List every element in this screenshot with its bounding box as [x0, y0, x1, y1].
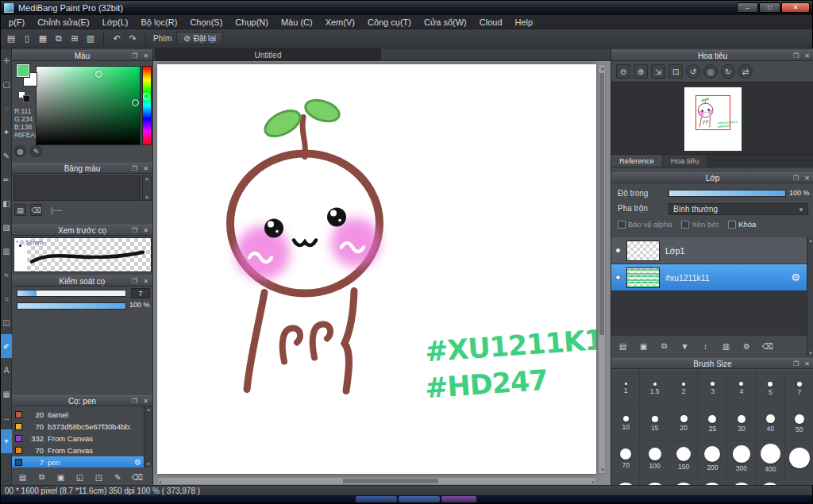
color-wheel-icon[interactable]: ◍ [14, 145, 26, 157]
hue-bar[interactable] [142, 66, 152, 145]
canvas[interactable] [157, 64, 596, 474]
gradient-tool-icon[interactable]: ▥ [1, 239, 12, 263]
brush-size-cell[interactable]: 1 [611, 371, 640, 406]
menu-item-11[interactable]: Help [509, 15, 540, 29]
layer-settings-icon[interactable]: ⚙ [740, 340, 753, 353]
brush-size-cell[interactable]: 25 [698, 406, 726, 441]
float-panel-icon[interactable]: ❐ [130, 226, 139, 235]
brush-size-cell[interactable]: 40 [756, 406, 784, 441]
foreground-color-chip[interactable] [17, 64, 29, 77]
undo-icon[interactable]: ↶ [110, 32, 124, 46]
new-brush-icon[interactable]: ▤ [16, 471, 29, 484]
brush-opacity-slider[interactable] [17, 302, 126, 310]
brush-size-cell[interactable]: 7 [785, 371, 813, 406]
tab-reference[interactable]: Reference [611, 155, 663, 167]
horizontal-scroll-thumb[interactable] [343, 479, 438, 483]
brush-size-cell[interactable]: 100 [640, 441, 669, 475]
redo-icon[interactable]: ↷ [125, 32, 140, 46]
menu-item-4[interactable]: Chọn(S) [183, 15, 229, 29]
delete-swatch-icon[interactable]: ⌫ [30, 204, 42, 216]
pen-tool-icon[interactable]: ✎ [1, 144, 12, 167]
color-picker-marker[interactable] [95, 71, 102, 78]
menu-item-2[interactable]: Lớp(L) [96, 15, 135, 29]
checkbox-box[interactable] [618, 221, 626, 229]
bucket-tool-icon[interactable]: ▨ [1, 215, 12, 239]
gear-icon[interactable]: ⚙ [134, 458, 141, 467]
minimize-button[interactable]: – [737, 2, 758, 13]
move-tool-icon[interactable]: ✛ [1, 48, 12, 72]
close-panel-icon[interactable]: ✕ [141, 164, 150, 173]
menu-item-0[interactable]: p(F) [2, 15, 31, 29]
taskbar-button[interactable] [399, 496, 440, 502]
merge-layer-icon[interactable]: ▼ [678, 340, 692, 353]
canvas-tab[interactable]: Untitled [155, 48, 381, 61]
close-panel-icon[interactable]: ✕ [803, 174, 811, 183]
brush-size-cell[interactable]: 70 [611, 441, 640, 475]
brush-size-cell[interactable]: 150 [669, 441, 698, 475]
comment-icon[interactable]: ▯ [20, 32, 34, 46]
brush-size-cell[interactable]: 2 [669, 371, 698, 406]
brush-size-cell[interactable]: 1.5 [640, 371, 669, 406]
import-brush-icon[interactable]: ◱ [73, 471, 87, 484]
brush-row[interactable]: 70b373d58bc5e67f30b4bb: [12, 421, 144, 433]
blend-mode-dropdown[interactable]: Bình thường ▼ [669, 203, 808, 215]
brush-size-cell[interactable]: 200 [698, 441, 726, 475]
brush-size-cell[interactable] [727, 475, 756, 485]
float-panel-icon[interactable]: ❐ [130, 52, 139, 60]
reset-button[interactable]: ⊘ Đặt lại [176, 32, 223, 45]
brush-size-cell[interactable]: 15 [640, 406, 669, 441]
float-panel-icon[interactable]: ❐ [130, 397, 139, 406]
edit-brush-icon[interactable]: ✎ [111, 471, 125, 484]
layer-material-icon[interactable]: ▥ [719, 340, 733, 353]
default-black-chip[interactable] [23, 95, 30, 102]
brush-preview-header[interactable]: Xem trước cọ ❐✕ [12, 225, 152, 236]
brush-size-cell[interactable] [785, 441, 813, 475]
save-icon[interactable]: ▦ [36, 32, 50, 46]
saturation-value-picker[interactable] [36, 66, 141, 145]
add-swatch-icon[interactable]: ▤ [14, 204, 26, 216]
material-icon[interactable]: ▥ [83, 32, 98, 46]
divide-tool-icon[interactable]: ▦ [1, 382, 12, 406]
close-panel-icon[interactable]: ✕ [803, 360, 811, 368]
menu-item-1[interactable]: Chỉnh sửa(E) [31, 15, 95, 29]
close-panel-icon[interactable]: ✕ [141, 397, 150, 406]
close-panel-icon[interactable]: ✕ [141, 226, 150, 235]
fit-window-icon[interactable]: ⇲ [651, 64, 665, 79]
flip-horizontal-icon[interactable]: ⇄ [738, 64, 753, 79]
brush-size-cell[interactable]: 5 [756, 371, 784, 406]
close-button[interactable]: ✕ [781, 2, 810, 13]
layer-panel-header[interactable]: Lớp ❐✕ [611, 172, 813, 183]
layer-visibility-dot[interactable] [615, 275, 621, 280]
eraser-tool-icon[interactable]: ◧ [1, 191, 12, 215]
zoom-in-icon[interactable]: ⊕ [634, 64, 648, 79]
edit-color-icon[interactable]: ✎ [30, 145, 42, 157]
measure-tool-icon[interactable]: ↔ [1, 406, 12, 429]
actual-size-icon[interactable]: ⊡ [669, 64, 683, 79]
taskbar-button[interactable] [356, 496, 397, 502]
hue-marker[interactable] [143, 93, 150, 100]
brush-row[interactable]: 332From Canvas [12, 433, 144, 444]
brush-size-cell[interactable]: 30 [727, 406, 756, 441]
menu-item-8[interactable]: Công cụ(T) [361, 15, 418, 29]
brush-size-cell[interactable] [756, 475, 784, 485]
brush-size-header[interactable]: Brush Size ❐✕ [611, 358, 813, 369]
curve-tool-icon[interactable]: ≈ [1, 263, 12, 287]
brush-control-header[interactable]: Kiểm soát cọ ❐✕ [12, 275, 152, 287]
navigator-header[interactable]: Hoa tiêu ❐✕ [611, 50, 813, 61]
brush-size-cell[interactable] [611, 475, 640, 485]
palette-panel-header[interactable]: Bảng màu ❐✕ [12, 163, 152, 174]
layer-visibility-dot[interactable] [615, 248, 621, 253]
hand-tool-icon[interactable]: ⌖ [1, 429, 12, 453]
brush-row[interactable]: 7pen⚙ [12, 456, 144, 467]
layer-settings-gear-icon[interactable]: ⚙ [791, 271, 800, 283]
float-panel-icon[interactable]: ❐ [792, 360, 800, 368]
reset-rotation-icon[interactable]: ◎ [703, 64, 718, 79]
clipboard-icon[interactable]: ▤ [4, 32, 18, 46]
menu-item-6[interactable]: Màu (C) [275, 15, 319, 29]
menu-item-10[interactable]: Cloud [473, 15, 509, 29]
brush-size-value-box[interactable]: 7 [131, 288, 150, 298]
palette-combo-label[interactable]: |---- [51, 206, 62, 214]
taskbar-button[interactable] [441, 496, 476, 502]
new-layer-folder-icon[interactable]: ▣ [637, 340, 650, 353]
close-panel-icon[interactable]: ✕ [141, 277, 150, 286]
